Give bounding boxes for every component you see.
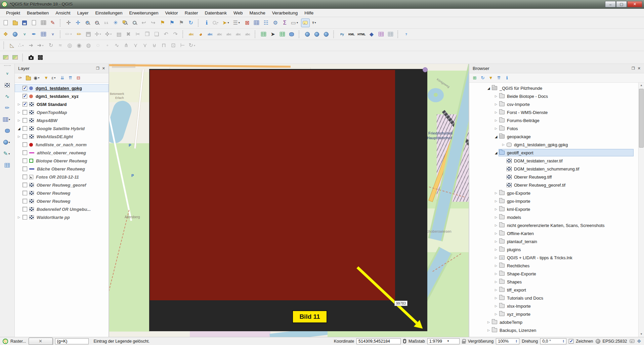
metasearch-button[interactable] <box>303 30 312 39</box>
layer-visibility-checkbox[interactable] <box>23 166 27 171</box>
expand-arrow-icon[interactable]: ▷ <box>493 103 499 106</box>
expand-arrow-icon[interactable]: ◢ <box>16 127 22 130</box>
browser-item[interactable]: ▷csv-Importe <box>469 100 638 108</box>
add-virtual-layer-side-button[interactable] <box>3 161 12 169</box>
rotation-spinbox[interactable]: 0,0 ° ▲▼ <box>540 338 566 344</box>
filter-legend-button[interactable]: ▼ <box>42 74 50 82</box>
save-project-button[interactable] <box>20 18 29 27</box>
layer-item[interactable]: dgm1_testdaten_gpkg <box>15 84 109 92</box>
expand-arrow-icon[interactable]: ▷ <box>501 143 506 146</box>
scale-combobox[interactable]: 1:9799 ▼ <box>427 338 460 344</box>
select-features-menu-button[interactable]: ▾ <box>212 18 221 27</box>
expand-arrow-icon[interactable]: ▷ <box>493 119 499 122</box>
browser-item[interactable]: ▷→QGIS + LIDAR - tipps & Tricks.lnk <box>469 254 638 262</box>
refresh-map-button[interactable]: ↻ <box>186 18 195 27</box>
add-database-layer-side-button-dropdown-icon[interactable]: ▾ <box>9 118 11 121</box>
undo-button[interactable]: ↶ <box>162 30 170 39</box>
select-features-button-dropdown-icon[interactable]: ▾ <box>227 21 230 24</box>
add-wms-layer-button[interactable] <box>11 30 19 39</box>
rotate-feature-button[interactable]: ↻ <box>47 41 55 50</box>
expand-arrow-icon[interactable]: ▷ <box>493 224 499 227</box>
modify-attributes-button[interactable]: ▤ <box>115 30 123 39</box>
expand-arrow-icon[interactable]: ▷ <box>493 111 499 114</box>
browser-item[interactable]: ▷Backups, Lizenzen <box>469 326 638 334</box>
browser-item[interactable]: ▷Shape-Exporte <box>469 270 638 278</box>
expand-arrow-icon[interactable]: ▷ <box>486 329 491 332</box>
split-parts-button[interactable]: ⋎ <box>131 41 140 50</box>
map-canvas[interactable]: BetonwerkErlachPPAltersbergKönigswegFrie… <box>109 64 469 337</box>
browser-item[interactable]: ▷Fotos <box>469 124 638 132</box>
add-part-button[interactable]: ◉ <box>75 41 84 50</box>
add-spatialite-side-button[interactable] <box>3 126 12 135</box>
db-manager-button[interactable] <box>287 30 296 39</box>
new-project-button[interactable] <box>1 18 10 27</box>
add-raster-layer-side-button[interactable] <box>3 81 12 89</box>
browser-item[interactable]: ▷planlauf_terrain <box>469 237 638 245</box>
layer-item[interactable]: Fotos OR 2018-12-11 <box>15 173 109 181</box>
float-panel-icon[interactable]: ❐ <box>632 67 635 70</box>
measure-button-dropdown-icon[interactable]: ▾ <box>297 21 299 24</box>
menu-hilfe[interactable]: Hilfe <box>301 9 317 16</box>
expand-arrow-icon[interactable]: ▷ <box>493 288 499 292</box>
zoom-native-button[interactable]: 1:1 <box>102 18 111 27</box>
redo-button[interactable]: ↷ <box>171 30 180 39</box>
text-annotation-button-dropdown-icon[interactable]: ▾ <box>314 21 317 24</box>
raster-calculator-button[interactable] <box>278 30 287 39</box>
offline-editing-button[interactable] <box>322 30 331 39</box>
scrollbar-thumb[interactable] <box>639 89 644 148</box>
browser-item[interactable]: ▷xyz_importe <box>469 310 638 318</box>
cad-construction-button-dropdown-icon[interactable]: ▾ <box>22 44 25 47</box>
new-layer-menu-side-button[interactable]: ✎▾ <box>2 149 12 158</box>
layer-diagram-button[interactable]: ◕ <box>196 30 205 39</box>
mouse-extents-icon[interactable] <box>403 339 406 343</box>
delete-part-button[interactable]: ◦ <box>103 41 112 50</box>
open-attribute-table-button[interactable] <box>252 18 261 27</box>
deselect-features-button[interactable]: ⊠ <box>243 18 252 27</box>
task-cancel-button[interactable]: ✕ <box>29 338 53 345</box>
add-ring-button[interactable]: ◎ <box>66 41 74 50</box>
merge-features-button[interactable]: ⊎ <box>150 41 159 50</box>
move-feature-button[interactable]: ➜ <box>27 41 35 50</box>
change-label-button[interactable]: abc <box>243 30 252 39</box>
offset-curve-button[interactable]: ∿ <box>113 41 121 50</box>
crs-globe-icon[interactable] <box>596 339 600 344</box>
add-vector-layer-button[interactable]: V <box>20 30 29 39</box>
open-layer-styling-button[interactable]: ✑ <box>16 74 24 82</box>
layer-visibility-checkbox[interactable] <box>23 118 27 123</box>
add-postgis-layer-button[interactable] <box>39 30 48 39</box>
scroll-up-icon[interactable]: ▲ <box>639 83 644 88</box>
expand-arrow-icon[interactable]: ◢ <box>493 135 499 139</box>
minimize-button[interactable]: – <box>605 1 616 7</box>
browser-item[interactable]: ▷Shapes <box>469 278 638 286</box>
save-layer-edits-button[interactable] <box>84 30 93 39</box>
expand-arrow-icon[interactable]: ▷ <box>493 296 499 300</box>
map-tips-button[interactable] <box>301 18 310 27</box>
layer-visibility-checkbox[interactable] <box>23 150 27 155</box>
layer-item[interactable]: dgm1_testdaten_xyz <box>15 92 109 100</box>
toolbar-handle[interactable] <box>397 31 400 38</box>
browser-item[interactable]: ◢_QGIS für Pilzfreunde <box>469 84 638 92</box>
vertex-tool-button-dropdown-icon[interactable]: ▾ <box>110 33 113 36</box>
layer-item[interactable]: Oberer Reutweg <box>15 189 109 197</box>
menu-web[interactable]: Web <box>230 9 246 16</box>
zoom-to-layer-button[interactable] <box>121 18 129 27</box>
browser-item[interactable]: ▷models <box>469 213 638 221</box>
browser-item[interactable]: ▷kml-Exporte <box>469 205 638 213</box>
add-feature-button[interactable]: ✛▾ <box>93 30 103 39</box>
zoom-to-selection-button[interactable] <box>130 18 139 27</box>
expand-arrow-icon[interactable]: ▷ <box>493 304 499 308</box>
layer-item[interactable]: ▷OpenTopoMap <box>15 108 109 116</box>
copy-move-feature-button-dropdown-icon[interactable]: ▾ <box>42 44 45 47</box>
expand-arrow-icon[interactable]: ▷ <box>486 320 491 324</box>
close-panel-icon[interactable]: ✕ <box>102 67 105 70</box>
layer-visibility-checkbox[interactable] <box>23 86 27 90</box>
move-label-button[interactable]: abc <box>224 30 233 39</box>
python-console-button[interactable]: Py <box>338 30 346 39</box>
select-features-menu-button-dropdown-icon[interactable]: ▾ <box>217 21 220 24</box>
close-panel-icon[interactable]: ✕ <box>638 67 641 70</box>
browser-item[interactable]: ▷dgm1_testdaten_gpkg.gpkg <box>469 141 638 149</box>
processing-toolbox-button[interactable] <box>259 30 268 39</box>
layer-item[interactable]: Bäche Oberer Reutweg <box>15 165 109 173</box>
browser-item[interactable]: ▷Forums-Beiträge <box>469 116 638 124</box>
collapse-browser-button[interactable]: ⇈ <box>495 74 503 82</box>
